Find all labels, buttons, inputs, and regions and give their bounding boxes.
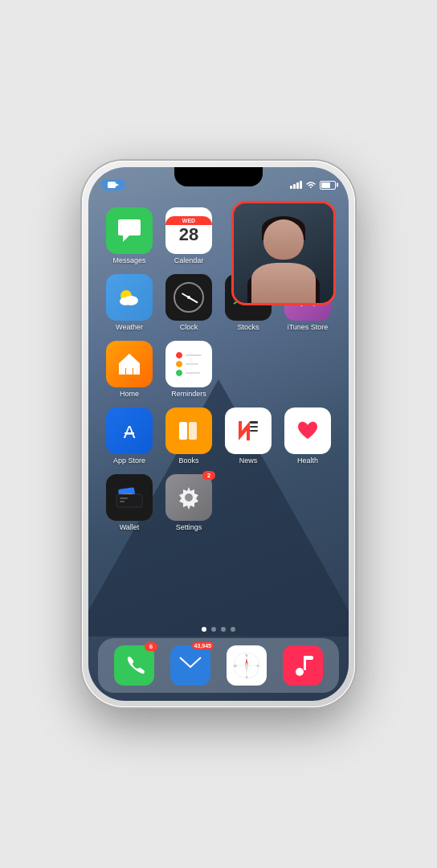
- settings-label: Settings: [176, 523, 202, 531]
- phone-notch: [174, 167, 263, 186]
- news-svg: [234, 416, 263, 445]
- dock-phone[interactable]: 6: [114, 645, 154, 686]
- svg-rect-37: [304, 656, 313, 660]
- svg-rect-13: [250, 426, 258, 428]
- app-reminders[interactable]: Reminders: [159, 341, 218, 398]
- reminders-icon: [165, 341, 212, 387]
- battery-icon: [320, 181, 336, 190]
- svg-point-4: [120, 297, 131, 305]
- books-icon: [165, 407, 212, 454]
- health-icon: [284, 407, 331, 454]
- empty-icon-2: [284, 341, 331, 387]
- app-empty-4: [278, 474, 337, 531]
- wallet-label: Wallet: [120, 523, 140, 531]
- svg-point-35: [296, 668, 304, 676]
- app-settings[interactable]: 2 Settings: [159, 474, 218, 531]
- facetime-overlay[interactable]: [231, 201, 336, 305]
- wallet-svg: [115, 486, 144, 509]
- svg-rect-6: [126, 368, 133, 375]
- clock-icon: [165, 274, 212, 321]
- app-clock[interactable]: Clock: [159, 274, 218, 331]
- person-head: [263, 219, 304, 260]
- app-calendar[interactable]: WED 28 Calendar: [159, 207, 218, 264]
- dock-safari[interactable]: N S E W: [227, 645, 267, 686]
- svg-text:N: N: [246, 653, 248, 657]
- reminders-content: [173, 349, 205, 379]
- app-weather[interactable]: Weather: [100, 274, 159, 331]
- screen-record-icon: [108, 181, 119, 189]
- news-icon: [225, 407, 272, 454]
- dock-mail[interactable]: 43,945: [170, 645, 210, 686]
- clock-face: [174, 282, 204, 313]
- music-svg: [292, 654, 314, 677]
- app-appstore[interactable]: A App Store: [100, 407, 159, 465]
- weather-icon: [106, 274, 153, 321]
- clock-label: Clock: [180, 323, 198, 331]
- svg-rect-12: [250, 421, 258, 424]
- page-dots: [88, 627, 349, 632]
- dock-music[interactable]: [283, 645, 323, 686]
- health-svg: [293, 416, 322, 445]
- svg-rect-10: [189, 422, 197, 440]
- svg-text:A: A: [124, 422, 136, 442]
- mail-svg: [179, 657, 202, 674]
- itunes-label: iTunes Store: [288, 323, 329, 331]
- svg-text:W: W: [234, 664, 237, 668]
- svg-text:S: S: [246, 675, 248, 679]
- empty-icon-4: [284, 474, 331, 521]
- wifi-icon: [305, 181, 317, 189]
- app-empty-1: [218, 341, 278, 398]
- dot-1: [202, 627, 206, 632]
- facetime-video: [234, 203, 333, 303]
- app-messages[interactable]: Messages: [100, 207, 159, 264]
- phone-screen: Messages WED 28 Calendar Maps TV: [88, 167, 349, 701]
- books-svg: [175, 417, 202, 444]
- clock-center-dot: [187, 296, 190, 299]
- home-svg: [116, 350, 143, 378]
- svg-point-23: [185, 493, 193, 502]
- music-dock-icon: [283, 645, 323, 686]
- app-news[interactable]: News: [218, 407, 278, 465]
- messages-label: Messages: [112, 256, 145, 264]
- app-books[interactable]: Books: [159, 407, 218, 465]
- wallet-icon: [106, 474, 153, 521]
- dot-3: [221, 627, 226, 632]
- dock: 6 43,945: [98, 638, 339, 693]
- safari-svg: N S E W: [233, 652, 260, 679]
- app-home[interactable]: Home: [100, 341, 159, 398]
- phone-badge: 6: [145, 642, 157, 651]
- settings-badge: 2: [202, 471, 215, 480]
- svg-rect-19: [116, 494, 142, 507]
- phone-frame: Messages WED 28 Calendar Maps TV: [82, 161, 355, 707]
- dot-2: [211, 627, 216, 632]
- phone-svg: [123, 654, 145, 677]
- dot-4: [231, 627, 235, 632]
- app-health[interactable]: Health: [278, 407, 337, 465]
- svg-marker-1: [116, 183, 119, 186]
- signal-icon: [290, 181, 302, 189]
- mail-dock-icon: 43,945: [170, 645, 210, 686]
- app-wallet[interactable]: Wallet: [100, 474, 159, 531]
- svg-rect-21: [120, 501, 125, 502]
- svg-rect-0: [108, 182, 116, 188]
- svg-rect-9: [179, 422, 187, 440]
- reminders-label: Reminders: [171, 390, 206, 398]
- app-empty-3: [218, 474, 278, 531]
- mail-badge: 43,945: [192, 642, 214, 649]
- appstore-svg: A: [116, 417, 143, 444]
- calendar-label: Calendar: [174, 256, 204, 264]
- appstore-label: App Store: [113, 457, 145, 465]
- status-right-icons: [290, 181, 336, 190]
- settings-gear-svg: [175, 484, 202, 511]
- books-label: Books: [178, 457, 198, 465]
- health-label: Health: [297, 457, 318, 465]
- home-label: Home: [120, 390, 139, 398]
- empty-icon-1: [225, 341, 272, 387]
- appstore-icon: A: [106, 407, 153, 454]
- settings-icon: 2: [165, 474, 212, 521]
- weather-label: Weather: [116, 323, 143, 331]
- phone-dock-icon: 6: [114, 645, 154, 686]
- svg-rect-20: [120, 497, 128, 499]
- app-empty-2: [278, 341, 337, 398]
- empty-icon-3: [225, 474, 272, 521]
